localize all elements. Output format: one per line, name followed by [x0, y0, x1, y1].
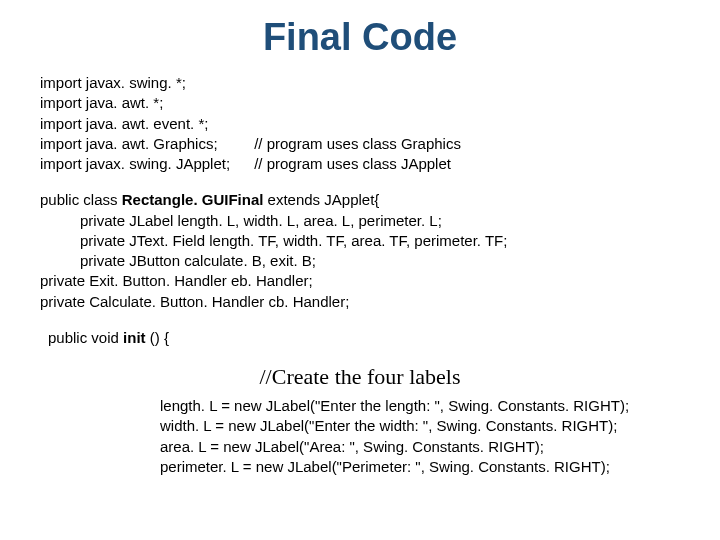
imports-block: import javax. swing. *; import java. awt…: [40, 73, 680, 174]
init-pre: public void: [48, 329, 123, 346]
import-stmt: import javax. swing. JApplet;: [40, 154, 250, 174]
slide: Final Code import javax. swing. *; impor…: [0, 0, 720, 513]
label-assign-block: length. L = new JLabel("Enter the length…: [160, 396, 680, 477]
field-line: private JLabel length. L, width. L, area…: [80, 211, 680, 231]
import-line: import javax. swing. *;: [40, 73, 680, 93]
field-line: private JButton calculate. B, exit. B;: [80, 251, 680, 271]
field-line: private Exit. Button. Handler eb. Handle…: [40, 271, 680, 291]
class-block: public class Rectangle. GUIFinal extends…: [40, 190, 680, 312]
class-name: Rectangle. GUIFinal: [122, 191, 264, 208]
init-post: () {: [150, 329, 169, 346]
assign-line: width. L = new JLabel("Enter the width: …: [160, 416, 680, 436]
import-line: import java. awt. Graphics; // program u…: [40, 134, 680, 154]
field-line: private JText. Field length. TF, width. …: [80, 231, 680, 251]
init-name: init: [123, 329, 150, 346]
import-line: import java. awt. event. *;: [40, 114, 680, 134]
init-block: public void init () {: [48, 328, 680, 348]
class-pre: public class: [40, 191, 122, 208]
import-comment: // program uses class JApplet: [254, 155, 451, 172]
assign-line: length. L = new JLabel("Enter the length…: [160, 396, 680, 416]
field-line: private Calculate. Button. Handler cb. H…: [40, 292, 680, 312]
import-comment: // program uses class Graphics: [254, 135, 461, 152]
init-signature: public void init () {: [48, 328, 680, 348]
create-labels-comment: //Create the four labels: [40, 364, 680, 390]
import-line: import javax. swing. JApplet; // program…: [40, 154, 680, 174]
class-post: extends JApplet{: [263, 191, 379, 208]
import-stmt: import java. awt. Graphics;: [40, 134, 250, 154]
assign-line: perimeter. L = new JLabel("Perimeter: ",…: [160, 457, 680, 477]
import-line: import java. awt. *;: [40, 93, 680, 113]
class-decl: public class Rectangle. GUIFinal extends…: [40, 190, 680, 210]
assign-line: area. L = new JLabel("Area: ", Swing. Co…: [160, 437, 680, 457]
page-title: Final Code: [40, 16, 680, 59]
